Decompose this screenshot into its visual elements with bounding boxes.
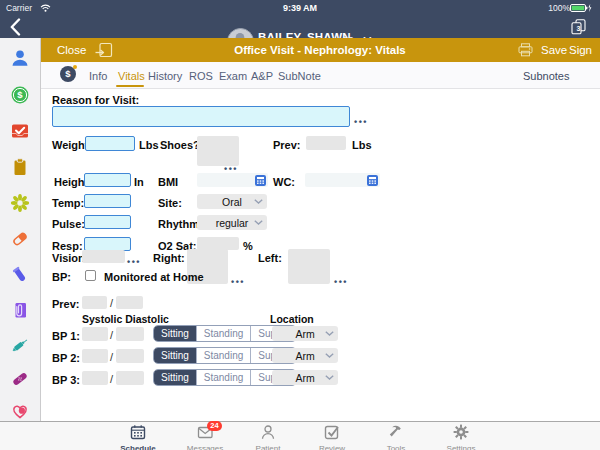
svg-text:$: $ (17, 89, 23, 100)
bp2-position-standing[interactable]: Standing (196, 348, 250, 363)
chevron-down-icon (254, 199, 263, 204)
billing-dollar-icon[interactable]: $ (10, 85, 30, 105)
vision-left-more-button[interactable]: ••• (334, 277, 348, 287)
labs-testtube-icon[interactable] (10, 265, 30, 285)
vision-field[interactable] (82, 250, 125, 263)
inbox-check-icon[interactable] (10, 121, 30, 141)
vision-right-label: Right: (153, 252, 185, 264)
bp-prev-diastolic-field[interactable] (116, 296, 143, 309)
copy-forward-icon[interactable] (95, 42, 113, 58)
height-input[interactable] (84, 173, 131, 187)
bmi-field[interactable] (197, 173, 268, 187)
rhythm-label: Rhythm: (158, 218, 203, 230)
wellness-flower-icon[interactable] (10, 193, 30, 213)
bp1-location-dropdown[interactable]: Arm (272, 326, 338, 341)
tab-ros[interactable]: ROS (189, 70, 213, 82)
bp2-position-sitting[interactable]: Sitting (154, 348, 196, 363)
app-screen: Carrier 9:39 AM 100% BAILEY, SHAWN 01/23… (0, 0, 600, 450)
chart-sidebar: $ (0, 38, 41, 421)
status-bar: Carrier 9:39 AM 100% (0, 0, 600, 15)
resp-input[interactable] (84, 237, 131, 251)
clock: 9:39 AM (0, 3, 600, 13)
vision-more-button[interactable]: ••• (127, 257, 141, 267)
bp3-position-sitting[interactable]: Sitting (154, 370, 196, 385)
bmi-calculator-icon[interactable] (255, 175, 266, 186)
bp-monitored-checkbox[interactable] (85, 270, 96, 281)
bp-prev-systolic-field[interactable] (82, 296, 107, 309)
tab-schedule-label: Schedule (110, 444, 166, 450)
bp3-label: BP 3: (52, 374, 80, 386)
tab-settings[interactable]: Settings (433, 424, 489, 450)
messages-badge: 24 (207, 421, 222, 431)
sign-button[interactable]: Sign (569, 44, 592, 56)
tab-aandp[interactable]: A&P (251, 70, 273, 82)
bp1-label: BP 1: (52, 330, 80, 342)
bp2-diastolic-field[interactable] (116, 349, 144, 363)
weight-prev-unit: Lbs (352, 139, 372, 151)
open-charts-icon[interactable]: 3 (571, 19, 586, 35)
bp3-diastolic-field[interactable] (116, 371, 144, 385)
pulse-input[interactable] (84, 215, 131, 229)
battery-percent: 100% (548, 3, 570, 13)
tab-patient[interactable]: Patient (240, 424, 296, 450)
tab-messages[interactable]: 24 Messages (177, 424, 233, 450)
medications-pill-icon[interactable] (10, 229, 30, 249)
weight-prev-field[interactable] (306, 136, 346, 150)
bp3-position-standing[interactable]: Standing (196, 370, 250, 385)
chevron-down-icon (325, 331, 334, 336)
tab-review[interactable]: Review (304, 424, 360, 450)
chevron-down-icon (325, 375, 334, 380)
vision-left-field[interactable] (288, 249, 330, 284)
injections-syringe-icon[interactable] (10, 335, 30, 355)
tab-schedule[interactable]: Schedule (110, 424, 166, 450)
tab-review-label: Review (304, 444, 360, 450)
procedures-bandage-icon[interactable] (10, 369, 30, 389)
person-outline-icon (260, 424, 276, 440)
wc-calculator-icon[interactable] (367, 175, 378, 186)
patient-header: BAILEY, SHAWN 01/23/1978 39y M 3 (0, 15, 600, 38)
site-value: Oral (222, 196, 242, 208)
reason-label: Reason for Visit: (52, 94, 139, 106)
site-dropdown[interactable]: Oral (197, 194, 267, 209)
save-button[interactable]: Save (541, 44, 567, 56)
bp1-position-sitting[interactable]: Sitting (154, 326, 196, 341)
bp2-slash: / (110, 351, 113, 363)
wc-field[interactable] (305, 173, 380, 187)
bp2-location-dropdown[interactable]: Arm (272, 348, 338, 363)
reason-more-button[interactable]: ••• (354, 117, 368, 127)
bp2-systolic-field[interactable] (82, 349, 108, 363)
billing-alert-dot (73, 65, 77, 69)
reason-input[interactable] (52, 106, 350, 127)
tab-tools[interactable]: Tools (368, 424, 424, 450)
temp-input[interactable] (84, 194, 131, 208)
tab-exam[interactable]: Exam (219, 70, 247, 82)
tab-subnote[interactable]: SubNote (278, 70, 321, 82)
print-icon[interactable] (518, 43, 533, 57)
bp-prev-label: Prev: (52, 298, 80, 310)
battery-icon (570, 4, 592, 12)
bp1-systolic-field[interactable] (82, 327, 108, 341)
documents-paperclip-icon[interactable] (10, 300, 30, 320)
bp-label: BP: (52, 271, 71, 283)
patient-icon[interactable] (10, 48, 30, 68)
bp1-location-value: Arm (295, 328, 314, 340)
vision-right-more-button[interactable]: ••• (231, 277, 245, 287)
subnotes-button[interactable]: Subnotes (523, 70, 569, 82)
shoes-field[interactable] (197, 136, 239, 166)
tab-history[interactable]: History (148, 70, 182, 82)
weight-unit: Lbs (139, 139, 159, 151)
resp-label: Resp: (52, 240, 83, 252)
bp1-diastolic-field[interactable] (116, 327, 144, 341)
clipboard-icon[interactable] (10, 157, 30, 177)
close-button[interactable]: Close (57, 44, 86, 56)
tab-info[interactable]: Info (89, 70, 107, 82)
back-chevron-icon[interactable] (10, 18, 21, 36)
tab-vitals[interactable]: Vitals (118, 70, 145, 82)
weight-input[interactable] (85, 136, 135, 151)
more-leaf-icon[interactable] (10, 412, 30, 421)
bp3-location-dropdown[interactable]: Arm (272, 370, 338, 385)
tab-tools-label: Tools (368, 444, 424, 450)
bp1-position-standing[interactable]: Standing (196, 326, 250, 341)
bp3-systolic-field[interactable] (82, 371, 108, 385)
rhythm-dropdown[interactable]: regular (197, 215, 267, 230)
